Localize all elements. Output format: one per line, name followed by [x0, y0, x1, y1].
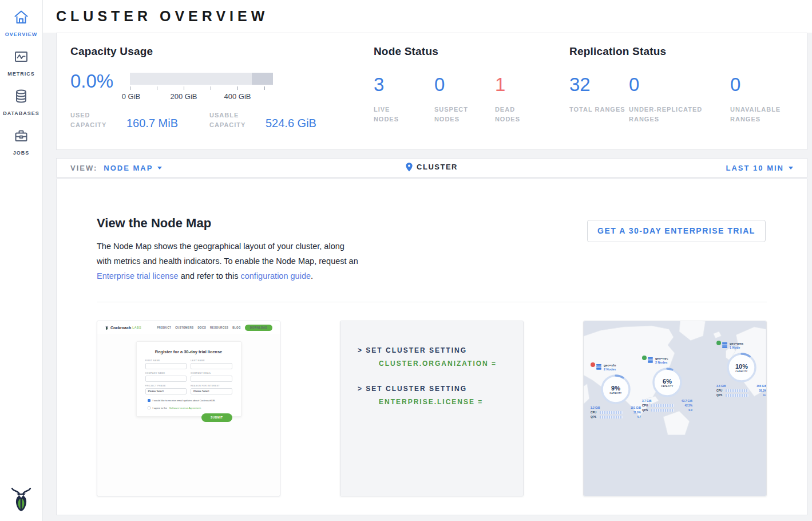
- sql-command-2-text: > SET CLUSTER SETTING: [358, 385, 523, 393]
- used-capacity-label: USED CAPACITY: [70, 110, 117, 130]
- used-capacity: USED CAPACITY 160.7 MiB: [70, 110, 209, 130]
- live-nodes-stat: 3 LIVE NODES: [374, 75, 434, 124]
- mini-checkbox-updates: I would like to receive email updates ab…: [145, 399, 232, 402]
- mini-nav-blog: BLOG: [232, 326, 241, 329]
- locality-sfo-nodes: 2 Nodes: [604, 368, 616, 371]
- step2-card: > SET CLUSTER SETTING CLUSTER.ORGANIZATI…: [340, 321, 524, 496]
- view-mode-value: NODE MAP: [104, 164, 153, 172]
- node-stack-icon: [647, 357, 653, 363]
- capacity-gauge: 0 GiB 200 GiB 400 GiB: [130, 73, 273, 101]
- gauge-tick-label-400: 400 GiB: [224, 92, 251, 101]
- dead-nodes-stat: 1 DEAD NODES: [495, 75, 556, 124]
- node-stack-icon: [722, 342, 728, 348]
- replication-status-section: Replication Status 32 TOTAL RANGES 0 UND…: [569, 45, 793, 149]
- capacity-usage-section: Capacity Usage 0.0% 0 GiB 200 GiB 400 Gi…: [70, 45, 346, 149]
- locality-ams-qps-label: QPS: [716, 394, 726, 397]
- mini-input-company-email: [191, 376, 232, 382]
- locality-nyc-name: geo=nyc: [655, 357, 668, 360]
- view-bar: VIEW: NODE MAP CLUSTER LAST 10 MIN: [56, 158, 807, 177]
- sql-command-1: > SET CLUSTER SETTING CLUSTER.ORGANIZATI…: [358, 346, 523, 368]
- capacity-usage-title: Capacity Usage: [70, 45, 346, 58]
- sidebar-item-metrics[interactable]: METRICS: [0, 49, 42, 77]
- healthy-status-icon: [716, 341, 721, 345]
- mini-brand: Cockroach LABS: [105, 325, 141, 330]
- under-replicated-ranges-label: UNDER-REPLICATED RANGES: [629, 105, 720, 124]
- cpu-bar: [651, 404, 674, 407]
- sidebar-label-databases: DATABASES: [0, 110, 42, 116]
- mini-nav-product: PRODUCT: [157, 326, 171, 329]
- mini-brand-name: Cockroach: [110, 326, 131, 330]
- sidebar-label-overview: OVERVIEW: [0, 31, 42, 37]
- chevron-down-icon: [157, 167, 162, 169]
- enterprise-trial-button[interactable]: GET A 30-DAY ENTERPRISE TRIAL: [587, 220, 766, 242]
- mini-nav: PRODUCT CUSTOMERS DOCS RESOURCES BLOG DO…: [157, 325, 272, 331]
- node-stack-icon: [596, 364, 602, 370]
- mini-field-last-name: LAST NAME: [191, 360, 232, 369]
- locality-ams-nodes: 1 Node: [730, 346, 743, 349]
- qps-bar: [651, 409, 674, 412]
- enterprise-trial-license-link[interactable]: Enterprise trial license: [97, 271, 179, 281]
- sidebar-item-databases[interactable]: DATABASES: [0, 88, 42, 116]
- locality-nyc-cpu-value: 42.5%: [684, 404, 692, 407]
- sidebar-item-overview[interactable]: OVERVIEW: [0, 9, 42, 37]
- mini-field-company-name: COMPANY NAME: [145, 372, 187, 382]
- capacity-gauge-ticks: [130, 86, 273, 91]
- time-range-dropdown[interactable]: LAST 10 MIN: [726, 164, 793, 172]
- mini-select-project-phase: Please Select: [145, 388, 187, 394]
- sql-setting-1-text: CLUSTER.ORGANIZATION =: [379, 360, 523, 368]
- unavailable-ranges-label: UNAVAILABLE RANGES: [730, 105, 793, 124]
- total-ranges-label: TOTAL RANGES: [569, 105, 629, 115]
- warning-status-icon: [591, 362, 595, 367]
- sidebar-label-metrics: METRICS: [0, 71, 42, 77]
- locality-sfo-used: 3.2 GiB: [591, 406, 600, 409]
- locality-nyc-qps-label: QPS: [642, 409, 651, 412]
- sql-command-2: > SET CLUSTER SETTING ENTERPRISE.LICENSE…: [358, 385, 523, 406]
- mini-brand-suffix: LABS: [132, 326, 141, 329]
- dead-nodes-value: 1: [495, 75, 556, 94]
- mini-site-header: Cockroach LABS PRODUCT CUSTOMERS DOCS RE…: [97, 321, 280, 334]
- locality-sfo-qps-value: 4.7: [637, 416, 641, 419]
- cockroachdb-logo-icon: [10, 487, 33, 513]
- replication-status-title: Replication Status: [569, 45, 793, 58]
- locality-sfo: geo=sfo 2 Nodes 9% CAPACITY: [591, 364, 641, 419]
- locality-sfo-name: geo=sfo: [604, 364, 616, 367]
- cpu-bar: [600, 411, 623, 414]
- sidebar-item-jobs[interactable]: JOBS: [0, 128, 42, 156]
- live-nodes-label: LIVE NODES: [374, 105, 414, 124]
- configuration-guide-link[interactable]: configuration guide: [240, 271, 311, 281]
- capacity-percent: 0.0%: [70, 72, 130, 101]
- capacity-gauge-bar: [130, 73, 273, 85]
- breadcrumb-cluster-label: CLUSTER: [417, 163, 458, 171]
- gauge-tick-label-0: 0 GiB: [122, 92, 141, 101]
- locality-nyc-capacity-label: CAPACITY: [661, 385, 673, 388]
- breadcrumb-cluster[interactable]: CLUSTER: [406, 163, 458, 172]
- gauge-tick-label-200: 200 GiB: [171, 92, 197, 101]
- mini-register-form: Register for a 30-day trial license FIRS…: [136, 341, 241, 417]
- mini-checkbox-license: I agree to the Software License Agreemen…: [145, 406, 232, 409]
- divider: [97, 302, 767, 302]
- steps-row: Cockroach LABS PRODUCT CUSTOMERS DOCS RE…: [97, 321, 767, 496]
- briefcase-icon: [13, 128, 29, 144]
- node-status-section: Node Status 3 LIVE NODES 0 SUSPECT NODES…: [374, 45, 556, 149]
- usable-capacity-label: USABLE CAPACITY: [209, 110, 256, 130]
- database-icon: [13, 88, 29, 104]
- locality-sfo-qps-label: QPS: [591, 416, 600, 419]
- mini-nav-resources: RESOURCES: [210, 326, 228, 329]
- locality-nyc-cpu-label: CPU: [642, 404, 651, 407]
- total-ranges-stat: 32 TOTAL RANGES: [569, 75, 629, 124]
- view-mode-dropdown[interactable]: NODE MAP: [97, 164, 162, 172]
- description-text-1: The Node Map shows the geographical layo…: [97, 242, 358, 266]
- mini-field-first-name: FIRST NAME: [145, 360, 187, 369]
- used-capacity-value: 160.7 MiB: [126, 117, 178, 130]
- cockroach-bug-icon: [105, 325, 109, 330]
- mini-checkbox-updates-label: I would like to receive email updates ab…: [153, 399, 216, 402]
- locality-sfo-capacity-label: CAPACITY: [609, 392, 621, 394]
- usable-capacity-value: 524.6 GiB: [266, 117, 316, 130]
- sidebar: OVERVIEW METRICS DATABASES: [0, 0, 43, 521]
- locality-ams-used: 3.6 GiB: [716, 385, 726, 388]
- description-text-3: .: [311, 271, 313, 281]
- mini-input-company-name: [145, 376, 187, 382]
- locality-ams: geo=ams 1 Node 10% CAPACITY: [716, 342, 766, 397]
- total-ranges-value: 32: [569, 75, 629, 94]
- step2-caption: Step 2: Activate the trial license with …: [340, 496, 523, 496]
